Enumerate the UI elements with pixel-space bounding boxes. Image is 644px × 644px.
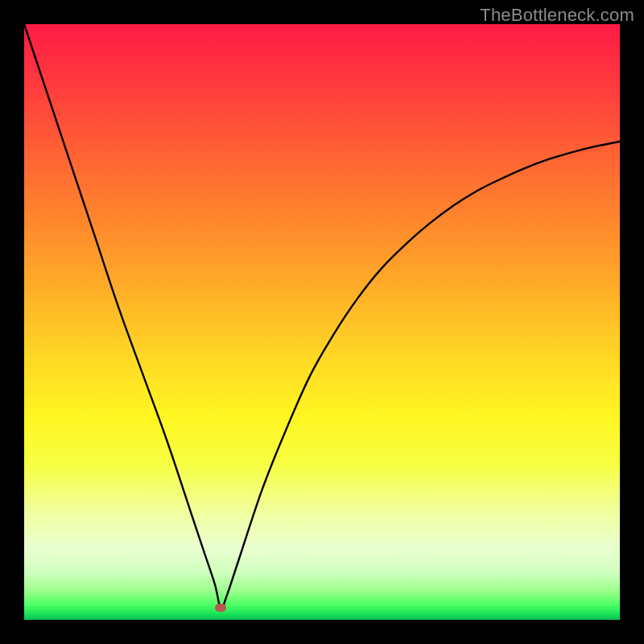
bottleneck-curve [24,24,620,620]
chart-frame: TheBottleneck.com [0,0,644,644]
watermark-text: TheBottleneck.com [480,5,634,26]
optimal-point-marker [215,604,226,612]
plot-area [24,24,620,620]
